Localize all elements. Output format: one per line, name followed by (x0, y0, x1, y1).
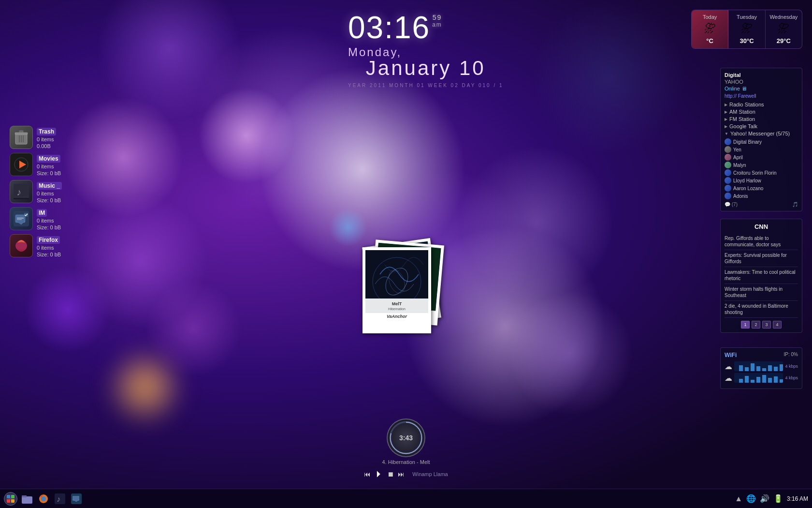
weather-wednesday-icon: ⛈ (768, 22, 800, 35)
wifi-bar-dl (774, 376, 778, 383)
panel-link[interactable]: http:// Farewell (725, 93, 798, 99)
weather-wednesday[interactable]: Wednesday ⛈ 29°C (766, 10, 802, 48)
contact-malyn[interactable]: Malyn (725, 161, 798, 169)
music-icon[interactable]: ♪ Music _ 0 items Size: 0 bB (10, 180, 62, 203)
wifi-title: WiFi (725, 352, 737, 359)
taskbar-icon-im[interactable] (70, 492, 83, 506)
weather-days: Today ⛈ °C Tuesday ⛈ 30°C Wednesday ⛈ 29… (692, 10, 802, 48)
panel-gtalk-label: Google Talk (729, 123, 757, 129)
contact-croitoru[interactable]: Croitoru Sorin Florin (725, 169, 798, 177)
movies-size: Size: 0 bB (37, 170, 61, 176)
contacts-list: Digital Binary Yen April Malyn Croitoru … (725, 138, 798, 200)
contact-lloyd[interactable]: Lloyd Harlow (725, 177, 798, 184)
cnn-page-3[interactable]: 3 (762, 321, 771, 329)
contact-avatar-6 (725, 177, 731, 184)
taskbar-battery-icon[interactable]: 🔋 (773, 494, 783, 503)
album-card-main: MelT Hibernation VaAnchor (362, 247, 431, 333)
album-card-inner-main: MelT Hibernation (365, 250, 428, 313)
player-track-info: 4. Hibernation - Melt (382, 459, 430, 465)
trash-icon[interactable]: Trash 0 items 0.00B (10, 126, 62, 149)
cnn-page-4[interactable]: 4 (773, 321, 782, 329)
trash-label: Trash (37, 128, 56, 135)
cnn-title: CNN (725, 223, 798, 230)
contact-adonis[interactable]: Adonis (725, 192, 798, 200)
contact-aaron[interactable]: Aaron Lozano (725, 184, 798, 192)
svg-point-39 (41, 496, 46, 501)
contact-yen[interactable]: Yen (725, 146, 798, 153)
download-cloud-icon: ☁ (725, 374, 732, 383)
weather-widget: Today ⛈ °C Tuesday ⛈ 30°C Wednesday ⛈ 29… (691, 10, 802, 49)
svg-rect-33 (11, 495, 14, 498)
movies-icon[interactable]: Movies 0 items Size: 0 bB (10, 153, 62, 176)
trash-items: 0 items (37, 136, 56, 142)
weather-today[interactable]: Today ⛈ °C (692, 10, 728, 48)
taskbar-icon-files[interactable] (20, 492, 34, 506)
start-button[interactable] (4, 492, 17, 506)
cnn-pagination: 1 2 3 4 (725, 321, 798, 329)
wifi-download-speed: 4 kbps (785, 375, 798, 380)
player-dial[interactable]: 3:43 (387, 418, 425, 457)
player-play-button[interactable]: ⏵ (375, 469, 383, 479)
im-icon[interactable]: IM 0 items Size: 0 bB (10, 207, 62, 230)
movies-items: 0 items (37, 164, 61, 169)
taskbar-volume-icon[interactable]: 🔊 (760, 494, 769, 503)
panel-section-yahoo[interactable]: ▼ Yahoo! Messenger (5/75) (725, 131, 798, 136)
player-prev-button[interactable]: ⏮ (364, 470, 371, 478)
wifi-panel: WiFi IP: 0% ☁ 4 kbps ☁ (720, 347, 802, 389)
player-next-button[interactable]: ⏭ (398, 470, 405, 478)
cnn-story-4[interactable]: Winter storm halts flights in Southeast (725, 284, 798, 301)
wifi-bar (768, 365, 772, 371)
contact-april[interactable]: April (725, 153, 798, 161)
svg-rect-10 (14, 197, 29, 199)
panel-section-gtalk[interactable]: ▶ Google Talk (725, 123, 798, 129)
clock-time-display: 03:16 (348, 10, 430, 45)
wifi-bar (751, 363, 754, 371)
cnn-story-2[interactable]: Experts: Survival possible for Giffords (725, 250, 798, 267)
taskbar-network-icon[interactable]: 🌐 (746, 494, 756, 503)
cnn-page-1[interactable]: 1 (741, 321, 750, 329)
svg-rect-15 (17, 219, 22, 220)
cnn-page-2[interactable]: 2 (752, 321, 760, 329)
firefox-text: Firefox 0 items Size: 0 bB (37, 234, 61, 257)
wifi-upload-speed: 4 kbps (785, 364, 798, 369)
wifi-bar (745, 367, 749, 371)
weather-today-temp: °C (694, 37, 726, 45)
contact-name-8: Adonis (733, 194, 748, 199)
clock-widget: 03:16 59 am Monday, January 10 YEAR 2011… (348, 10, 504, 88)
svg-rect-14 (17, 218, 24, 219)
album-author: VaAnchor (365, 314, 428, 319)
player-winamp-label: Winamp Llama (412, 471, 448, 477)
wifi-bar-dl (745, 376, 749, 383)
contact-avatar-3 (725, 154, 731, 161)
firefox-icon[interactable]: Firefox 0 items Size: 0 bB (10, 234, 62, 257)
wifi-upload-row: ☁ 4 kbps (725, 361, 798, 371)
panel-section-radio[interactable]: ▶ Radio Stations (725, 102, 798, 107)
arrow-right-icon-3: ▶ (725, 117, 727, 121)
weather-tuesday-icon: ⛈ (730, 22, 763, 35)
wifi-upload-graph (734, 361, 783, 371)
panel-title: Digital (725, 72, 798, 78)
svg-rect-2 (19, 131, 23, 133)
cnn-story-5[interactable]: 2 die, 4 wounded in Baltimore shooting (725, 301, 798, 318)
taskbar-icon-music[interactable]: ♪ (53, 492, 67, 506)
contact-digital-binary[interactable]: Digital Binary (725, 138, 798, 146)
contact-name-1: Digital Binary (733, 139, 762, 145)
panel-section-am[interactable]: ▶ AM Station (725, 109, 798, 115)
wifi-bar-dl (751, 380, 754, 383)
taskbar-time: 3:16 AM (787, 495, 808, 502)
cnn-story-1[interactable]: Rep. Giffords able to communicate, docto… (725, 233, 798, 250)
svg-rect-36 (22, 496, 32, 504)
wifi-ip: IP: 0% (784, 352, 798, 359)
taskbar-icon-firefox[interactable] (37, 492, 50, 506)
clock-date: January 10 (348, 57, 504, 80)
svg-rect-37 (22, 495, 27, 497)
player-stop-button[interactable]: ⏹ (387, 470, 394, 478)
music-items: 0 items (37, 191, 62, 196)
panel-section-fm[interactable]: ▶ FM Station (725, 116, 798, 122)
weather-tuesday-name: Tuesday (730, 14, 763, 20)
clock-ampm: am (432, 21, 442, 28)
cnn-story-3[interactable]: Lawmakers: Time to cool political rhetor… (725, 267, 798, 284)
taskbar-arrow-icon[interactable]: ▲ (735, 494, 742, 503)
music-player: MelT Hibernation VaAnchor 3:43 4. Hibern… (358, 242, 454, 479)
weather-tuesday[interactable]: Tuesday ⛈ 30°C (728, 10, 765, 48)
